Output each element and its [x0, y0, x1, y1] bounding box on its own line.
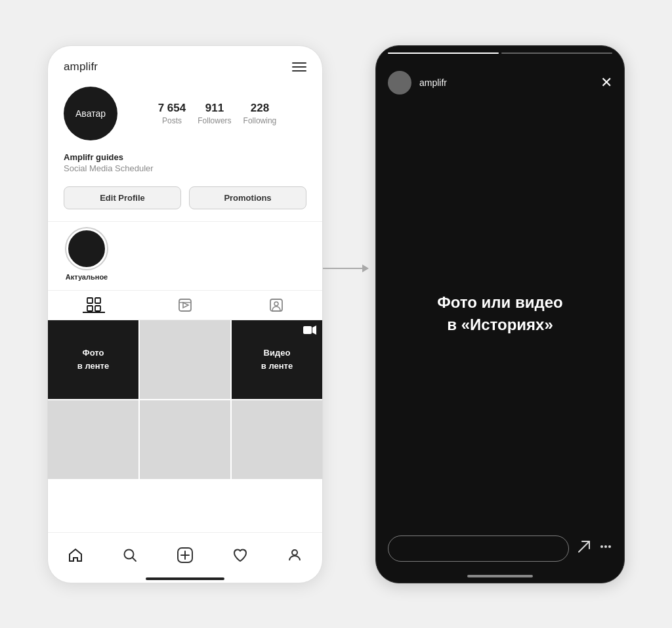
followers-label: Followers	[198, 116, 231, 125]
avatar: Аватар	[64, 87, 117, 140]
stories-section: Актуальное	[48, 221, 322, 290]
bio-description: Social Media Scheduler	[64, 163, 306, 173]
story-username: amplifr	[419, 77, 593, 88]
tab-tagged-icon[interactable]	[265, 297, 287, 313]
svg-point-15	[292, 550, 297, 555]
connector-line	[323, 268, 362, 269]
story-home-indicator	[467, 575, 533, 577]
story-header: amplifr ✕	[376, 59, 624, 101]
story-send-icon[interactable]	[577, 539, 591, 557]
post-grid: Фото в ленте Видео в ленте	[48, 320, 322, 479]
hamburger-menu-icon[interactable]	[292, 62, 306, 72]
grid-cell-3-text: Видео в ленте	[261, 346, 293, 372]
svg-rect-8	[303, 326, 312, 334]
svg-rect-2	[87, 306, 93, 311]
bio-name: Amplifr guides	[64, 152, 306, 162]
grid-cell-4[interactable]	[48, 400, 138, 479]
phone-left: amplifr Аватар 7 654 Posts 911 Followers	[47, 45, 323, 583]
story-content: Фото или видео в «Историях»	[376, 101, 624, 526]
nav-profile-icon[interactable]	[282, 542, 308, 568]
story-progress-bars	[388, 52, 612, 54]
grid-cell-6[interactable]	[232, 400, 322, 479]
grid-cell-3[interactable]: Видео в ленте	[232, 320, 322, 399]
svg-line-11	[133, 558, 136, 561]
grid-icon	[87, 297, 101, 312]
nav-home-icon[interactable]	[62, 542, 89, 568]
tabs-row	[48, 290, 322, 320]
stat-following: 228 Following	[243, 102, 277, 125]
nav-heart-icon[interactable]	[227, 542, 253, 568]
posts-label: Posts	[162, 116, 182, 125]
home-indicator	[146, 577, 224, 580]
bottom-nav	[48, 532, 322, 574]
svg-marker-9	[312, 325, 316, 335]
story-close-icon[interactable]: ✕	[600, 74, 612, 91]
grid-cell-1-text: Фото в ленте	[77, 346, 109, 372]
following-count: 228	[251, 102, 269, 115]
svg-point-17	[600, 545, 603, 548]
arrow-head	[362, 264, 369, 272]
svg-point-7	[274, 302, 278, 306]
story-bottom	[376, 526, 624, 575]
posts-count: 7 654	[158, 102, 186, 115]
tab-reels-icon[interactable]	[174, 297, 196, 313]
action-buttons: Edit Profile Promotions	[48, 182, 322, 221]
phone-right: amplifr ✕ Фото или видео в «Историях»	[375, 45, 625, 583]
tagged-icon	[269, 298, 284, 312]
story-more-icon[interactable]	[599, 540, 612, 556]
phone-header: amplifr	[48, 46, 322, 80]
profile-row: Аватар 7 654 Posts 911 Followers 228 Fol…	[48, 80, 322, 150]
svg-point-19	[608, 545, 611, 548]
progress-bar-2	[501, 52, 612, 54]
story-avatar	[388, 71, 411, 94]
following-label: Following	[243, 116, 277, 125]
bio-section: Amplifr guides Social Media Scheduler	[48, 150, 322, 182]
grid-cell-5[interactable]	[140, 400, 230, 479]
svg-rect-3	[95, 306, 100, 311]
promotions-button[interactable]: Promotions	[189, 186, 306, 209]
video-camera-icon	[303, 325, 316, 339]
edit-profile-button[interactable]: Edit Profile	[64, 186, 181, 209]
svg-point-18	[604, 545, 607, 548]
svg-rect-0	[87, 298, 93, 303]
main-wrapper: amplifr Аватар 7 654 Posts 911 Followers	[47, 45, 625, 583]
followers-count: 911	[205, 102, 224, 115]
story-highlight-item[interactable]: Актуальное	[64, 228, 110, 281]
story-reply-input[interactable]	[388, 535, 569, 562]
nav-search-icon[interactable]	[117, 542, 143, 568]
stat-followers: 911 Followers	[198, 102, 231, 125]
progress-bar-1	[388, 52, 499, 54]
reels-icon	[178, 298, 192, 312]
story-main-text: Фото или видео в «Историях»	[437, 291, 562, 335]
stat-posts: 7 654 Posts	[158, 102, 186, 125]
story-highlight-label: Актуальное	[66, 273, 108, 281]
stats-row: 7 654 Posts 911 Followers 228 Following	[128, 102, 306, 125]
svg-line-16	[579, 541, 589, 552]
grid-cell-2[interactable]	[140, 320, 230, 399]
grid-cell-1[interactable]: Фото в ленте	[48, 320, 138, 399]
nav-add-icon[interactable]	[172, 542, 198, 568]
tab-grid-icon[interactable]	[83, 297, 105, 313]
story-highlight-circle[interactable]	[66, 228, 107, 269]
left-username: amplifr	[64, 60, 98, 73]
svg-rect-1	[95, 298, 100, 303]
connector-arrow	[323, 264, 375, 272]
